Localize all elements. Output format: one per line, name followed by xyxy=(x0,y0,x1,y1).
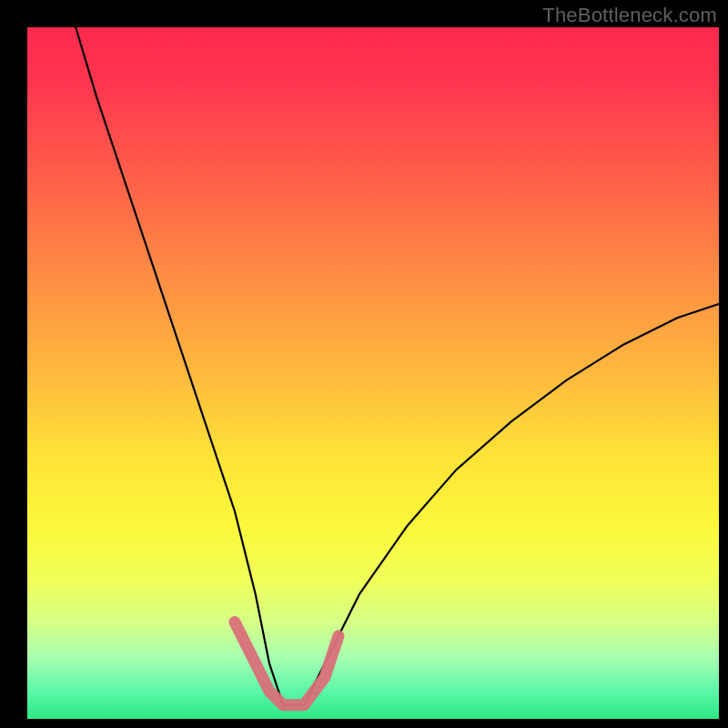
chart-plot-area xyxy=(27,27,719,719)
watermark-text: TheBottleneck.com xyxy=(542,4,717,27)
chart-svg xyxy=(0,0,728,728)
chart-root: TheBottleneck.com xyxy=(0,0,728,728)
